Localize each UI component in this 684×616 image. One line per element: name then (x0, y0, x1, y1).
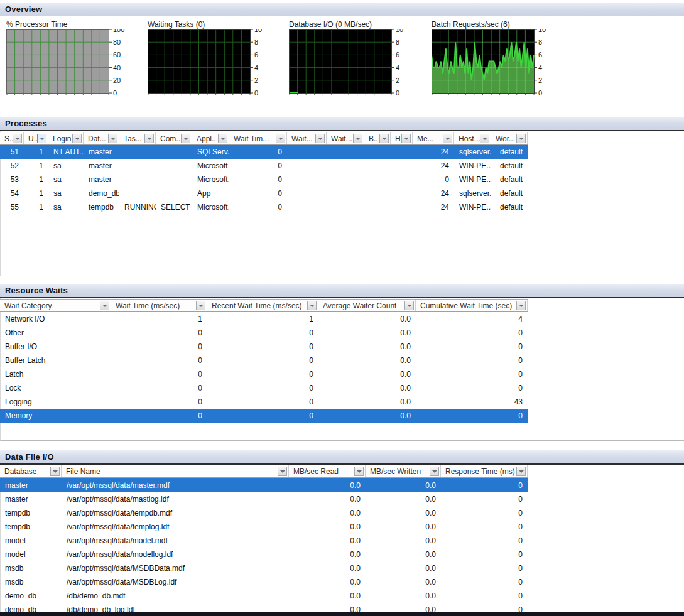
chevron-down-icon (40, 138, 45, 140)
section-header-data-file-io[interactable]: Data File I/O (0, 450, 684, 465)
filter-button[interactable] (516, 301, 526, 310)
column-header[interactable]: Average Waiter Count (318, 300, 416, 311)
column-header[interactable]: Appl... (192, 132, 229, 144)
filter-button[interactable] (218, 134, 227, 143)
table-row[interactable]: 531samasterMicrosoft...00WIN-PE...defaul… (0, 173, 528, 186)
table-row[interactable]: 551satempdbRUNNINGSELECTMicrosoft...024W… (0, 200, 528, 214)
table-cell: 0 (111, 326, 207, 340)
filter-button[interactable] (443, 134, 452, 143)
table-cell (327, 186, 364, 200)
filter-button[interactable] (100, 301, 109, 310)
table-row[interactable]: model/var/opt/mssql/data/modellog.ldf0.0… (0, 548, 528, 561)
column-header-label: Login (53, 134, 71, 143)
table-cell: 1 (24, 145, 48, 159)
column-header[interactable]: Login (48, 132, 84, 144)
table-row[interactable]: tempdb/var/opt/mssql/data/tempdb.mdf0.00… (0, 506, 528, 520)
table-cell: /db/demo_db.mdf (62, 589, 289, 603)
filter-button[interactable] (278, 467, 287, 476)
table-cell: demo_db (0, 589, 62, 603)
table-cell: 0 (229, 159, 287, 173)
column-header[interactable]: Tas... (119, 132, 156, 144)
column-header[interactable]: Wait Category (0, 300, 111, 311)
table-cell (364, 145, 391, 159)
filter-button[interactable] (196, 301, 205, 310)
table-row[interactable]: tempdb/var/opt/mssql/data/templog.ldf0.0… (0, 520, 528, 534)
table-cell: 0.0 (289, 520, 366, 534)
table-row[interactable]: msdb/var/opt/mssql/data/MSDBData.mdf0.00… (0, 561, 528, 575)
column-header[interactable]: Cumulative Wait Time (sec) (416, 300, 528, 311)
table-cell: 0.0 (318, 367, 416, 381)
table-row[interactable]: Network I/O110.04 (0, 312, 528, 326)
filter-button[interactable] (401, 134, 411, 143)
table-cell: 0 (229, 145, 287, 159)
table-row[interactable]: master/var/opt/mssql/data/mastlog.ldf0.0… (0, 492, 528, 506)
table-row[interactable]: Logging000.043 (0, 395, 528, 409)
table-cell: demo_db (84, 186, 119, 200)
table-row[interactable]: model/var/opt/mssql/data/model.mdf0.00.0… (0, 534, 528, 548)
column-header[interactable]: Com... (156, 132, 192, 144)
filter-button[interactable] (480, 134, 489, 143)
table-row[interactable]: msdb/var/opt/mssql/data/MSDBLog.ldf0.00.… (0, 575, 528, 589)
column-header[interactable]: Wait... (287, 132, 327, 144)
column-header[interactable]: Database (0, 465, 62, 477)
column-header[interactable]: Response Time (ms) (441, 465, 528, 477)
filter-button[interactable] (307, 301, 317, 310)
section-header-overview[interactable]: Overview (0, 3, 684, 16)
column-header[interactable]: Wait... (327, 132, 364, 144)
filter-button[interactable] (13, 134, 22, 143)
filter-button[interactable] (353, 134, 362, 143)
table-row[interactable]: demo_db/db/demo_db.mdf0.00.00 (0, 589, 528, 603)
filter-button[interactable] (516, 134, 526, 143)
column-header[interactable]: S.. (0, 132, 24, 144)
table-row[interactable]: 541sademo_dbApp024sqlserver...default (0, 186, 528, 200)
filter-button[interactable] (379, 134, 389, 143)
table-row[interactable]: Latch000.00 (0, 367, 528, 381)
table-cell: 0.0 (289, 492, 366, 506)
column-header[interactable]: File Name (62, 465, 289, 477)
filter-button[interactable] (315, 134, 325, 143)
column-header[interactable]: MB/sec Read (289, 465, 366, 477)
table-cell (364, 200, 391, 214)
table-cell: 0 (207, 326, 318, 340)
column-header[interactable]: Wait Time (ms/sec) (111, 300, 207, 311)
section-header-processes[interactable]: Processes (0, 117, 684, 131)
table-cell (364, 173, 391, 186)
table-row[interactable]: master/var/opt/mssql/data/master.mdf0.00… (0, 478, 528, 492)
processes-table: 511NT AUT...masterSQLServ...024sqlserver… (0, 145, 528, 214)
filter-button[interactable] (430, 467, 439, 476)
column-header[interactable]: Recent Wait Time (ms/sec) (207, 300, 318, 311)
table-row[interactable]: Buffer I/O000.00 (0, 340, 528, 354)
column-header[interactable]: MB/sec Written (366, 465, 441, 477)
section-header-resource-waits[interactable]: Resource Waits (0, 284, 684, 298)
chevron-down-icon (357, 470, 362, 473)
table-row[interactable]: Buffer Latch000.00 (0, 354, 528, 367)
filter-button[interactable] (72, 134, 82, 143)
table-row[interactable]: Memory000.00 (0, 409, 528, 423)
table-row[interactable]: 521samasterMicrosoft...024WIN-PE...defau… (0, 159, 528, 173)
table-cell: sa (48, 173, 84, 186)
filter-button[interactable] (404, 301, 414, 310)
svg-text:10: 10 (254, 29, 262, 33)
column-header[interactable]: Dat... (84, 132, 119, 144)
column-header[interactable]: H.. (391, 132, 413, 144)
table-row[interactable]: Other000.00 (0, 326, 528, 340)
filter-button[interactable] (181, 134, 190, 143)
filter-button[interactable] (50, 467, 60, 476)
filter-button[interactable] (144, 134, 154, 143)
table-cell (119, 186, 156, 200)
filter-button[interactable] (276, 134, 285, 143)
filter-button[interactable] (516, 467, 526, 476)
column-header[interactable]: Wor... (491, 132, 528, 144)
column-header[interactable]: Wait Tim... (229, 132, 287, 144)
filter-button[interactable] (354, 467, 364, 476)
column-header[interactable]: Me... (413, 132, 454, 144)
column-header[interactable]: B... (364, 132, 391, 144)
data-file-io-header-row: DatabaseFile NameMB/sec ReadMB/sec Writt… (0, 465, 528, 478)
table-row[interactable]: Lock000.00 (0, 381, 528, 395)
table-cell (156, 173, 192, 186)
table-row[interactable]: 511NT AUT...masterSQLServ...024sqlserver… (0, 145, 528, 159)
column-header[interactable]: U.. (24, 132, 48, 144)
filter-button[interactable] (108, 134, 117, 143)
column-header[interactable]: Host... (454, 132, 491, 144)
filter-button[interactable] (37, 134, 46, 143)
